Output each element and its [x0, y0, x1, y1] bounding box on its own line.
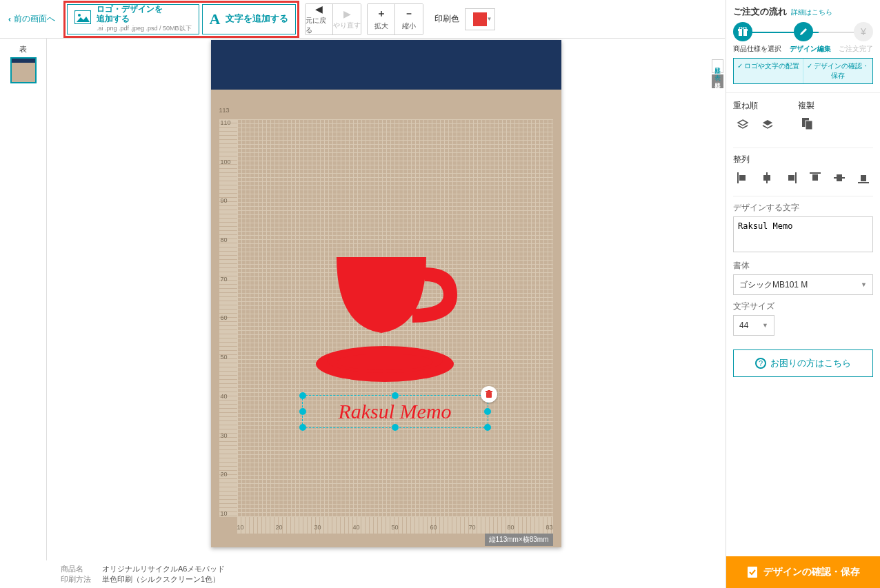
- help-button[interactable]: ? お困りの方はこちら: [733, 349, 873, 377]
- svg-point-11: [739, 27, 742, 30]
- zoom-out-button[interactable]: －縮小: [395, 4, 423, 34]
- layer-label: 重ね順: [733, 100, 777, 112]
- print-method-key: 印刷方法: [61, 574, 95, 585]
- resize-handle[interactable]: [299, 392, 306, 399]
- product-name-key: 商品名: [61, 564, 95, 574]
- align-label: 整列: [733, 154, 873, 165]
- delete-object-button[interactable]: [481, 386, 497, 403]
- text-object-value: Raksul Memo: [338, 400, 451, 423]
- ruler-show-tab[interactable]: 目盛り表: [712, 59, 723, 73]
- question-icon: ?: [755, 358, 766, 369]
- properties-panel: 重ね順 複製 整列 デザインする文字: [726, 93, 880, 556]
- add-logo-sub: .ai .png .pdf .jpeg .psd / 50MB以下: [97, 24, 192, 33]
- product-preview[interactable]: 113 110100908070605040302010 10203040506…: [211, 40, 561, 547]
- svg-rect-27: [748, 567, 757, 578]
- design-text-input[interactable]: [733, 216, 873, 252]
- duplicate-button[interactable]: [798, 114, 817, 134]
- resize-handle[interactable]: [484, 424, 491, 431]
- duplicate-label: 複製: [798, 100, 817, 112]
- undo-button[interactable]: ◀元に戻る: [306, 4, 333, 34]
- font-value: ゴシックMB101 M: [739, 279, 808, 291]
- ruler-max-v: 113: [219, 107, 230, 114]
- svg-rect-26: [861, 175, 866, 181]
- print-color-select[interactable]: ▼: [465, 8, 495, 30]
- font-size-select[interactable]: 44 ▼: [733, 315, 774, 336]
- back-label: 前の画面へ: [14, 13, 55, 25]
- ruler-hide-tab[interactable]: 目盛り非: [712, 74, 723, 88]
- design-sub-tabs: ロゴや文字の配置 デザインの確認・保存: [733, 58, 873, 84]
- canvas-size-badge: 縦113mm×横83mm: [485, 534, 553, 546]
- svg-rect-10: [742, 29, 743, 36]
- align-center-h-button[interactable]: [757, 168, 776, 187]
- flow-more-link[interactable]: 詳細はこちら: [791, 8, 832, 17]
- redo-button[interactable]: ▶やり直す: [333, 4, 361, 34]
- copy-icon: [802, 118, 813, 130]
- trash-icon: [485, 390, 493, 398]
- resize-handle[interactable]: [299, 408, 306, 415]
- print-color-label: 印刷色: [434, 13, 459, 25]
- add-logo-button[interactable]: ロゴ・デザインを 追加する .ai .png .pdf .jpeg .psd /…: [67, 4, 199, 34]
- svg-rect-21: [810, 172, 821, 174]
- resize-handle[interactable]: [392, 392, 399, 399]
- bring-forward-button[interactable]: [758, 114, 777, 134]
- align-center-v-button[interactable]: [830, 168, 849, 187]
- align-bottom-button[interactable]: [854, 168, 873, 187]
- send-backward-button[interactable]: [733, 114, 752, 134]
- thumb-front[interactable]: [10, 57, 37, 83]
- right-panel: ご注文の流れ 詳細はこちら ¥ 商品仕様を選択 デザイン編集 ご注文完了 ロゴや…: [726, 0, 880, 588]
- plus-icon: ＋: [377, 8, 386, 20]
- svg-rect-25: [858, 182, 869, 183]
- resize-handle[interactable]: [484, 408, 491, 415]
- align-left-button[interactable]: [733, 168, 752, 187]
- align-right-button[interactable]: [781, 168, 800, 187]
- align-right-icon: [786, 172, 797, 183]
- chevron-left-icon: ‹: [8, 14, 11, 24]
- logo-object[interactable]: [316, 257, 468, 388]
- svg-rect-20: [788, 175, 794, 181]
- svg-point-4: [337, 354, 433, 370]
- resize-handle[interactable]: [392, 424, 399, 431]
- sub-tab-layout[interactable]: ロゴや文字の配置: [734, 59, 803, 83]
- step-2-icon: [794, 22, 813, 41]
- add-text-button[interactable]: A 文字を追加する: [202, 4, 297, 34]
- image-icon: [74, 10, 91, 28]
- back-button[interactable]: ‹ 前の画面へ: [6, 10, 58, 28]
- align-top-button[interactable]: [806, 168, 825, 187]
- text-object-selected[interactable]: Raksul Memo: [302, 395, 488, 428]
- size-label: 文字サイズ: [733, 301, 873, 312]
- resize-handle[interactable]: [299, 424, 306, 431]
- font-select[interactable]: ゴシックMB101 M ▼: [733, 274, 873, 295]
- svg-rect-19: [795, 172, 797, 183]
- svg-rect-24: [837, 174, 842, 181]
- top-toolbar: ‹ 前の画面へ ロゴ・デザインを 追加する .ai .png .pdf .jpe…: [0, 0, 725, 39]
- align-top-icon: [810, 172, 821, 183]
- svg-point-12: [743, 27, 746, 30]
- print-method-value: 単色印刷（シルクスクリーン1色）: [102, 574, 220, 585]
- confirm-save-button[interactable]: デザインの確認・保存: [726, 556, 880, 588]
- flow-title: ご注文の流れ: [733, 6, 787, 18]
- ruler-toggle-tabs: 目盛り表 目盛り非: [712, 59, 724, 90]
- product-top-band: [211, 40, 561, 90]
- pencil-icon: [799, 27, 808, 37]
- align-center-v-icon: [834, 172, 845, 183]
- step-1-icon: [733, 22, 752, 41]
- svg-rect-5: [486, 392, 492, 398]
- undo-redo-group: ◀元に戻る ▶やり直す: [305, 3, 361, 35]
- svg-rect-22: [812, 174, 818, 181]
- thumb-front-label: 表: [19, 44, 27, 54]
- text-field-label: デザインする文字: [733, 202, 873, 214]
- text-icon: A: [210, 10, 221, 28]
- ruler-vertical: 110100908070605040302010: [219, 119, 237, 517]
- svg-rect-7: [488, 390, 490, 392]
- help-label: お困りの方はこちら: [770, 357, 851, 369]
- svg-rect-15: [737, 172, 739, 183]
- sub-tab-confirm[interactable]: デザインの確認・保存: [803, 59, 872, 83]
- page-thumbnails: 表: [0, 39, 47, 560]
- zoom-in-button[interactable]: ＋拡大: [368, 4, 395, 34]
- zoom-group: ＋拡大 －縮小: [367, 3, 423, 35]
- add-logo-label-2: 追加する: [97, 14, 192, 24]
- canvas-area: 113 110100908070605040302010 10203040506…: [47, 39, 725, 560]
- align-left-icon: [737, 172, 748, 183]
- ruler-horizontal: 102030405060708083: [237, 517, 553, 534]
- step-1-label: 商品仕様を選択: [733, 44, 781, 54]
